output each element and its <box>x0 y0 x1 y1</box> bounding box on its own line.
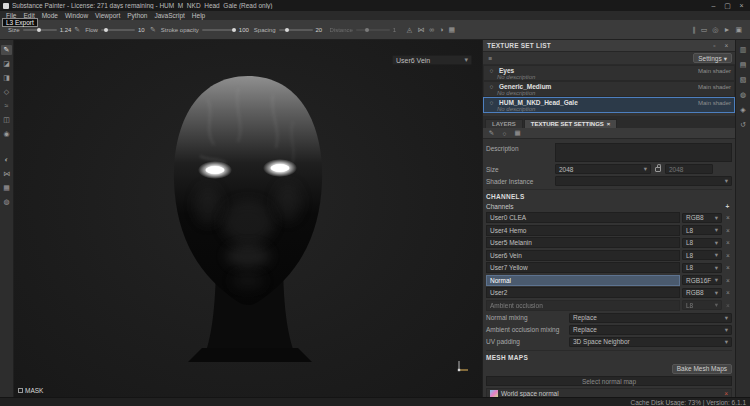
channel-name[interactable]: User2 <box>486 287 680 298</box>
material-icon[interactable]: ○ <box>500 130 509 137</box>
close-panel-icon[interactable]: × <box>722 42 731 49</box>
channel-format-dropdown[interactable]: RGB16F▾ <box>682 275 722 285</box>
remove-channel-icon[interactable]: × <box>724 227 732 234</box>
channel-format-dropdown[interactable]: L8▾ <box>682 238 722 248</box>
size-dropdown[interactable]: 2048 ▾ <box>555 164 651 174</box>
remove-channel-icon[interactable]: × <box>724 264 732 271</box>
polygon-fill-tool-icon[interactable]: ◇ <box>1 87 12 97</box>
channel-format-dropdown[interactable]: L8▾ <box>682 225 722 235</box>
maximize-button[interactable]: ▢ <box>722 1 733 11</box>
menu-python[interactable]: Python <box>127 12 147 19</box>
material-picker-icon[interactable]: ◉ <box>1 129 12 139</box>
channel-name[interactable]: User7 Yellow <box>486 262 680 273</box>
assets-panel-icon[interactable]: ▥ <box>738 45 749 55</box>
bake-mesh-maps-button[interactable]: Bake Mesh Maps <box>672 364 732 374</box>
layers-panel-icon[interactable]: ▤ <box>738 60 749 70</box>
paint-brush-icon[interactable]: ✎ <box>487 129 496 137</box>
remove-channel-icon[interactable]: × <box>724 302 732 309</box>
channel-name[interactable]: User4 Hemo <box>486 225 680 236</box>
channel-format-dropdown[interactable]: L8▾ <box>682 300 722 310</box>
channel-name[interactable]: User5 Melanin <box>486 237 680 248</box>
distance-slider[interactable] <box>356 29 390 31</box>
eraser-tool-icon[interactable]: ◪ <box>1 59 12 69</box>
world-space-normal-row[interactable]: World space normal × <box>486 388 732 398</box>
symmetry-icon[interactable]: ⋈ <box>417 25 424 35</box>
channel-format-dropdown[interactable]: L8▾ <box>682 250 722 260</box>
menu-javascript[interactable]: JavaScript <box>155 12 185 19</box>
close-button[interactable]: × <box>736 1 747 11</box>
tab-texture-set-settings[interactable]: TEXTURE SET SETTINGS × <box>524 119 618 128</box>
remove-channel-icon[interactable]: × <box>724 239 732 246</box>
remove-channel-icon[interactable]: × <box>724 277 732 284</box>
channel-format-dropdown[interactable]: L8▾ <box>682 263 722 273</box>
menu-mode[interactable]: Mode <box>42 12 58 19</box>
stroke-opacity-slider[interactable] <box>202 29 236 31</box>
shader-link[interactable]: Main shader <box>698 84 731 90</box>
description-input[interactable] <box>555 143 732 162</box>
minimize-button[interactable]: – <box>708 1 719 11</box>
lock-icon[interactable] <box>655 167 661 172</box>
close-tab-icon[interactable]: × <box>607 121 611 127</box>
tab-layers[interactable]: LAYERS <box>485 119 523 128</box>
properties-panel-icon[interactable]: ▧ <box>738 75 749 85</box>
axis-gizmo-icon[interactable] <box>456 359 470 373</box>
texture-set-item-eyes[interactable]: ○ Eyes Main shader No description <box>483 65 735 81</box>
remove-channel-icon[interactable]: × <box>724 289 732 296</box>
shader-link[interactable]: Main shader <box>698 68 731 74</box>
symmetry-toggle-icon[interactable]: ⋈ <box>1 169 12 179</box>
channel-name[interactable]: User0 CLEA <box>486 212 680 223</box>
video-icon[interactable]: ► <box>723 25 730 35</box>
remove-map-icon[interactable]: × <box>724 390 728 397</box>
channel-name[interactable]: Ambient occlusion <box>486 300 680 311</box>
camera-icon[interactable]: ◎ <box>712 25 718 35</box>
ao-mixing-dropdown[interactable]: Replace ▾ <box>569 325 732 335</box>
menu-window[interactable]: Window <box>65 12 88 19</box>
display-settings-icon[interactable]: ◍ <box>738 90 749 100</box>
menu-viewport[interactable]: Viewport <box>95 12 120 19</box>
quick-mask-icon[interactable]: ◐ <box>1 155 12 165</box>
falloff-icon[interactable]: ◑ <box>439 25 443 35</box>
flow-slider[interactable] <box>101 29 135 31</box>
select-normal-map-field[interactable]: Select normal map <box>486 376 732 386</box>
stroke-opacity-value[interactable]: 100 <box>239 27 249 33</box>
list-icon[interactable]: ≡ <box>486 55 495 62</box>
settings-button[interactable]: Settings ▾ <box>693 53 732 63</box>
mesh-icon[interactable]: ▦ <box>513 129 522 137</box>
remove-channel-icon[interactable]: × <box>724 252 732 259</box>
display-mode-icon[interactable]: ◍ <box>1 197 12 207</box>
projection-tool-icon[interactable]: ◨ <box>1 73 12 83</box>
viewport-3d[interactable]: User6 Vein ▾ <box>14 40 482 397</box>
pen-pressure-icon[interactable]: ✎ <box>74 25 80 35</box>
channel-format-dropdown[interactable]: RGB8▾ <box>682 288 722 298</box>
spacing-value[interactable]: 20 <box>316 27 325 33</box>
history-panel-icon[interactable]: ↺ <box>738 120 749 130</box>
remove-channel-icon[interactable]: × <box>724 214 732 221</box>
pen-pressure-icon[interactable]: ✎ <box>150 25 156 35</box>
texture-set-item-generic-medium[interactable]: ○ Generic_Medium Main shader No descript… <box>483 81 735 97</box>
paint-brush-tool-icon[interactable]: ✎ <box>1 45 12 55</box>
smudge-tool-icon[interactable]: ≈ <box>1 101 12 111</box>
normal-mixing-dropdown[interactable]: Replace ▾ <box>569 313 732 323</box>
flow-value[interactable]: 10 <box>138 27 147 33</box>
viewport-channel-selector[interactable]: User6 Vein ▾ <box>392 55 472 65</box>
shader-link[interactable]: Main shader <box>698 100 731 106</box>
uv-padding-dropdown[interactable]: 3D Space Neighbor ▾ <box>569 337 732 347</box>
dock-icon[interactable]: ▫ <box>710 42 719 49</box>
expand-icon[interactable]: ▣ <box>735 25 742 35</box>
channel-name[interactable]: User6 Vein <box>486 250 680 261</box>
spacing-slider[interactable] <box>279 29 313 31</box>
uv-mode-icon[interactable]: ▦ <box>1 183 12 193</box>
frame-icon[interactable]: ▭ <box>701 25 708 35</box>
pause-icon[interactable]: ∥ <box>692 25 696 35</box>
add-channel-icon[interactable]: + <box>723 203 732 210</box>
menu-help[interactable]: Help <box>192 12 205 19</box>
clone-tool-icon[interactable]: ◫ <box>1 115 12 125</box>
size-value[interactable]: 1.24 <box>60 27 72 33</box>
align-icon[interactable]: ◬ <box>407 25 412 35</box>
size-slider[interactable] <box>23 29 57 31</box>
lazy-mouse-icon[interactable]: ∞ <box>429 25 434 35</box>
channel-name[interactable]: Normal <box>486 275 680 286</box>
3d-head-model[interactable] <box>88 70 408 366</box>
shader-instance-dropdown[interactable]: ▾ <box>555 176 732 186</box>
channel-format-dropdown[interactable]: RGB8▾ <box>682 213 722 223</box>
